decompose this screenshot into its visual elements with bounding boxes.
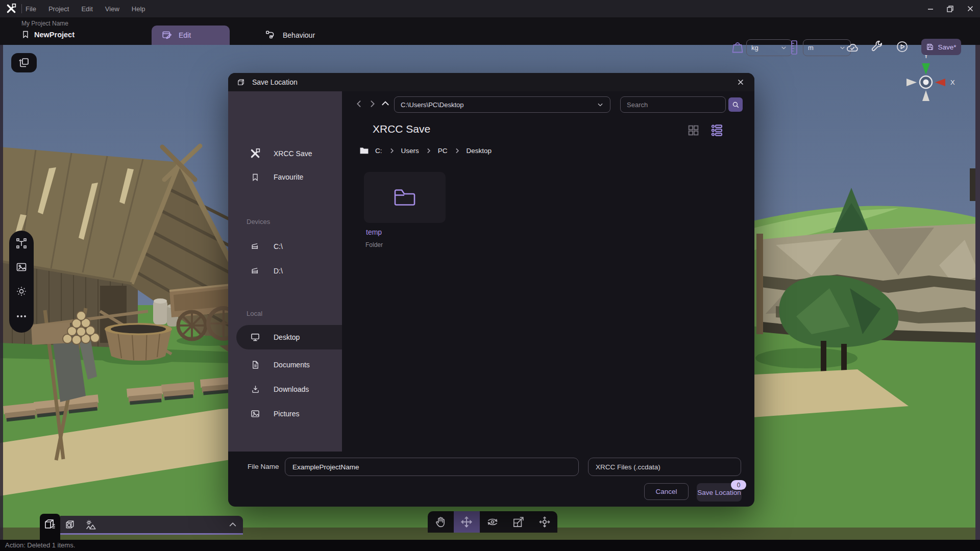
minimize-button[interactable]: [925, 4, 935, 14]
weight-bag-icon[interactable]: [731, 40, 744, 54]
sun-icon[interactable]: [15, 285, 28, 297]
sidebar-item-c-drive[interactable]: C:\: [228, 236, 342, 257]
dialog-footer: File Name XRCC Files (.ccdata) Cancel Sa…: [228, 452, 754, 507]
dialog-main: C:\Users\PC\Desktop XRCC Save: [342, 91, 754, 452]
dialog-close-button[interactable]: [735, 77, 746, 88]
scale-box-icon: [512, 515, 525, 529]
breadcrumb: C: Users PC Desktop: [359, 146, 492, 155]
axis-neg-x-cone[interactable]: [906, 79, 917, 86]
wrench-icon[interactable]: [870, 40, 884, 53]
sidebar-item-d-drive[interactable]: D:\: [228, 261, 342, 281]
list-view-button[interactable]: [709, 123, 724, 137]
close-icon: [737, 79, 744, 86]
mountain-sun-icon[interactable]: [85, 518, 97, 531]
pivot-tool[interactable]: [531, 511, 557, 533]
location-heading: XRCC Save: [373, 123, 430, 135]
more-dots-icon[interactable]: [15, 310, 28, 322]
file-item-name[interactable]: temp: [366, 228, 382, 236]
chevron-left-icon: [355, 99, 363, 108]
cloud-check-icon[interactable]: [845, 41, 860, 53]
panel-tab-scene[interactable]: [40, 514, 60, 543]
path-dropdown[interactable]: C:\Users\PC\Desktop: [394, 96, 610, 113]
menu-project[interactable]: Project: [48, 5, 69, 13]
search-icon: [731, 101, 740, 109]
search-input[interactable]: [621, 97, 725, 112]
breadcrumb-item[interactable]: Users: [401, 147, 419, 155]
menu-file[interactable]: File: [26, 5, 36, 13]
axis-x-label: X: [950, 79, 955, 86]
save-button[interactable]: Save*: [921, 39, 961, 55]
length-unit-value: m: [808, 44, 814, 52]
file-type-dropdown[interactable]: XRCC Files (.ccdata): [588, 458, 741, 476]
grid-view-button[interactable]: [686, 123, 700, 137]
chevron-up-icon[interactable]: [229, 521, 237, 528]
maximize-button[interactable]: [945, 4, 955, 14]
axis-y-cone[interactable]: [922, 63, 930, 74]
menu-edit[interactable]: Edit: [81, 5, 92, 13]
axis-x-cone[interactable]: [935, 79, 945, 86]
pivot-crosshair-icon: [538, 515, 551, 529]
folder-card-temp[interactable]: [364, 172, 446, 223]
sidebar-item-favourite[interactable]: Favourite: [228, 167, 342, 187]
dialog-header: Save Location: [228, 73, 754, 91]
cube-list-icon: [43, 517, 57, 531]
project-label: My Project Name: [21, 20, 68, 27]
bookmark-icon: [251, 172, 259, 182]
cancel-button[interactable]: Cancel: [644, 483, 689, 500]
ruler-icon[interactable]: [790, 40, 798, 55]
file-name-input[interactable]: [285, 458, 579, 476]
text-tool-icon[interactable]: [15, 237, 28, 249]
breadcrumb-item[interactable]: PC: [438, 147, 448, 155]
sidebar-item-label: C:\: [274, 242, 283, 251]
app-logo-icon: [6, 4, 16, 14]
cube-sphere-icon[interactable]: [64, 518, 77, 531]
sidebar-item-downloads[interactable]: Downloads: [228, 379, 342, 399]
sidebar-item-label: Documents: [274, 361, 310, 369]
file-item-type: Folder: [365, 241, 383, 248]
sidebar-item-pictures[interactable]: Pictures: [228, 404, 342, 424]
behaviour-cable-icon: [265, 30, 277, 41]
dialog-sidebar: XRCC Save Favourite Devices C:\ D:\ Loca…: [228, 91, 342, 452]
dialog-title: Save Location: [252, 78, 298, 86]
save-count-badge: 0: [731, 480, 746, 490]
transform-toolbar: [428, 511, 557, 533]
play-icon[interactable]: [896, 40, 909, 53]
length-unit-select[interactable]: m: [803, 39, 851, 56]
scene-tub[interactable]: [102, 323, 176, 365]
image-tool-icon[interactable]: [15, 261, 28, 273]
chevron-right-icon: [454, 147, 460, 154]
mass-unit-select[interactable]: kg: [746, 39, 792, 56]
menu-view[interactable]: View: [105, 5, 119, 13]
picture-icon: [250, 409, 260, 419]
breadcrumb-item[interactable]: Desktop: [467, 147, 492, 155]
breadcrumb-item[interactable]: C:: [375, 147, 382, 155]
tab-edit[interactable]: Edit: [152, 26, 230, 45]
search-button[interactable]: [728, 97, 743, 112]
move-tool[interactable]: [454, 511, 480, 533]
sidebar-item-documents[interactable]: Documents: [228, 355, 342, 375]
tab-behaviour[interactable]: Behaviour: [255, 26, 341, 45]
pan-tool[interactable]: [428, 511, 454, 533]
drive-icon: [250, 266, 260, 276]
sidebar-item-xrcc-save[interactable]: XRCC Save: [228, 143, 342, 164]
nav-up-button[interactable]: [380, 98, 391, 109]
save-floppy-icon: [926, 43, 934, 51]
rotate-tool[interactable]: [480, 511, 506, 533]
project-name: NewProject: [34, 31, 75, 39]
nav-back-button[interactable]: [353, 98, 364, 109]
scale-tool[interactable]: [505, 511, 531, 533]
duplicate-tool-button[interactable]: [11, 53, 37, 72]
grid-view-icon: [687, 124, 700, 137]
folder-outline-icon: [391, 186, 418, 209]
sidebar-item-desktop[interactable]: Desktop: [236, 325, 342, 349]
xrcc-logo-icon: [250, 148, 260, 159]
list-view-icon: [710, 123, 724, 137]
orbit-rotate-icon: [486, 515, 499, 529]
menu-help[interactable]: Help: [132, 5, 145, 13]
axis-gizmo[interactable]: Y X: [903, 49, 961, 106]
nav-forward-button[interactable]: [366, 98, 378, 109]
axis-neg-y-cone[interactable]: [922, 90, 929, 101]
edit-window-icon: [162, 30, 173, 41]
close-button[interactable]: [965, 4, 975, 14]
tab-edit-label: Edit: [179, 31, 191, 39]
